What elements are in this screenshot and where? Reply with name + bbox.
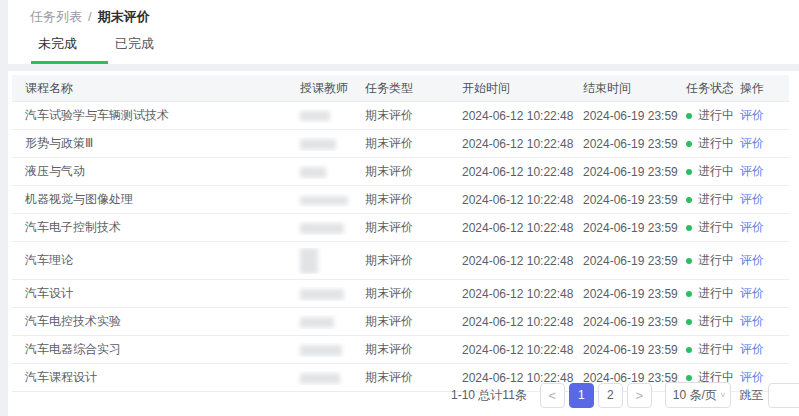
course-name: 汽车电器综合实习 — [12, 341, 293, 358]
end-time: 2024-06-19 23:59:59 — [576, 254, 679, 268]
teacher-name-redacted — [300, 373, 340, 384]
teacher-cell — [293, 371, 358, 385]
task-type: 期末评价 — [358, 163, 455, 180]
teacher-cell — [293, 287, 358, 301]
start-time: 2024-06-12 10:22:48 — [455, 343, 576, 357]
task-type: 期末评价 — [358, 252, 455, 269]
table-row: 汽车试验学与车辆测试技术 期末评价 2024-06-12 10:22:48 20… — [12, 102, 789, 130]
teacher-cell — [293, 221, 358, 235]
table-row: 汽车理论 期末评价 2024-06-12 10:22:48 2024-06-19… — [12, 242, 789, 280]
action-cell: 评价 — [733, 313, 789, 330]
end-time: 2024-06-19 23:59:59 — [576, 343, 679, 357]
course-name: 汽车理论 — [12, 252, 293, 269]
task-type: 期末评价 — [358, 219, 455, 236]
evaluate-link[interactable]: 评价 — [740, 253, 764, 267]
breadcrumb-parent[interactable]: 任务列表 — [30, 9, 82, 24]
evaluate-link[interactable]: 评价 — [740, 136, 764, 150]
teacher-name-redacted — [300, 248, 318, 274]
status-dot-icon — [686, 319, 692, 325]
start-time: 2024-06-12 10:22:48 — [455, 109, 576, 123]
action-cell: 评价 — [733, 107, 789, 124]
status-label: 进行中 — [698, 107, 733, 124]
evaluate-link[interactable]: 评价 — [740, 108, 764, 122]
task-status: 进行中 — [679, 191, 733, 208]
task-type: 期末评价 — [358, 369, 455, 386]
start-time: 2024-06-12 10:22:48 — [455, 221, 576, 235]
tab-bar: 未完成 已完成 — [31, 26, 185, 64]
status-label: 进行中 — [698, 252, 733, 269]
evaluate-link[interactable]: 评价 — [740, 314, 764, 328]
action-cell: 评价 — [733, 341, 789, 358]
status-label: 进行中 — [698, 191, 733, 208]
evaluate-link[interactable]: 评价 — [740, 286, 764, 300]
teacher-name-redacted — [300, 345, 342, 356]
table-body: 汽车试验学与车辆测试技术 期末评价 2024-06-12 10:22:48 20… — [12, 102, 789, 392]
status-dot-icon — [686, 197, 692, 203]
tab-finished[interactable]: 已完成 — [108, 26, 185, 64]
end-time: 2024-06-19 23:59:59 — [576, 287, 679, 301]
table-row: 液压与气动 期末评价 2024-06-12 10:22:48 2024-06-1… — [12, 158, 789, 186]
status-label: 进行中 — [698, 341, 733, 358]
teacher-name-redacted — [300, 317, 334, 328]
tab-unfinished[interactable]: 未完成 — [31, 26, 108, 64]
teacher-name-redacted — [300, 139, 336, 150]
teacher-name-redacted — [300, 289, 344, 300]
jump-page-input[interactable] — [768, 383, 799, 408]
breadcrumb-current: 期末评价 — [98, 9, 150, 24]
course-name: 液压与气动 — [12, 163, 293, 180]
evaluate-link[interactable]: 评价 — [740, 164, 764, 178]
action-cell: 评价 — [733, 219, 789, 236]
status-dot-icon — [686, 375, 692, 381]
task-type: 期末评价 — [358, 191, 455, 208]
start-time: 2024-06-12 10:22:48 — [455, 193, 576, 207]
chevron-right-icon: > — [636, 388, 644, 403]
prev-page-button[interactable]: < — [540, 383, 565, 408]
task-type: 期末评价 — [358, 107, 455, 124]
task-type: 期末评价 — [358, 135, 455, 152]
teacher-cell — [293, 137, 358, 151]
status-dot-icon — [686, 291, 692, 297]
col-header-status: 任务状态 — [679, 80, 733, 97]
teacher-cell — [293, 248, 358, 274]
evaluate-link[interactable]: 评价 — [740, 192, 764, 206]
evaluate-link[interactable]: 评价 — [740, 342, 764, 356]
status-dot-icon — [686, 113, 692, 119]
next-page-button[interactable]: > — [627, 383, 652, 408]
task-status: 进行中 — [679, 285, 733, 302]
content-card: 课程名称 授课教师 任务类型 开始时间 结束时间 任务状态 操作 汽车试验学与车… — [8, 71, 799, 416]
action-cell: 评价 — [733, 163, 789, 180]
course-name: 形势与政策Ⅲ — [12, 135, 293, 152]
col-header-type: 任务类型 — [358, 80, 455, 97]
start-time: 2024-06-12 10:22:48 — [455, 165, 576, 179]
teacher-cell — [293, 165, 358, 179]
task-status: 进行中 — [679, 107, 733, 124]
status-dot-icon — [686, 141, 692, 147]
evaluate-link[interactable]: 评价 — [740, 220, 764, 234]
status-dot-icon — [686, 225, 692, 231]
pagination-summary: 1-10 总计11条 — [451, 387, 527, 404]
status-dot-icon — [686, 169, 692, 175]
status-label: 进行中 — [698, 163, 733, 180]
course-name: 汽车电控技术实验 — [12, 313, 293, 330]
page-button-2[interactable]: 2 — [598, 383, 623, 408]
jump-to-label: 跳至 — [739, 387, 763, 404]
page-button-1[interactable]: 1 — [569, 383, 594, 408]
teacher-name-redacted — [300, 196, 348, 205]
status-dot-icon — [686, 347, 692, 353]
course-name: 汽车设计 — [12, 285, 293, 302]
teacher-cell — [293, 343, 358, 357]
end-time: 2024-06-19 23:59:59 — [576, 315, 679, 329]
task-type: 期末评价 — [358, 313, 455, 330]
status-label: 进行中 — [698, 285, 733, 302]
end-time: 2024-06-19 23:59:59 — [576, 165, 679, 179]
task-status: 进行中 — [679, 135, 733, 152]
start-time: 2024-06-12 10:22:48 — [455, 137, 576, 151]
table-row: 汽车电子控制技术 期末评价 2024-06-12 10:22:48 2024-0… — [12, 214, 789, 242]
page-size-select[interactable]: 10 条/页 ∨ — [665, 382, 732, 408]
end-time: 2024-06-19 23:59:59 — [576, 193, 679, 207]
chevron-left-icon: < — [549, 388, 557, 403]
action-cell: 评价 — [733, 191, 789, 208]
action-cell: 评价 — [733, 285, 789, 302]
task-status: 进行中 — [679, 252, 733, 269]
teacher-cell — [293, 109, 358, 123]
